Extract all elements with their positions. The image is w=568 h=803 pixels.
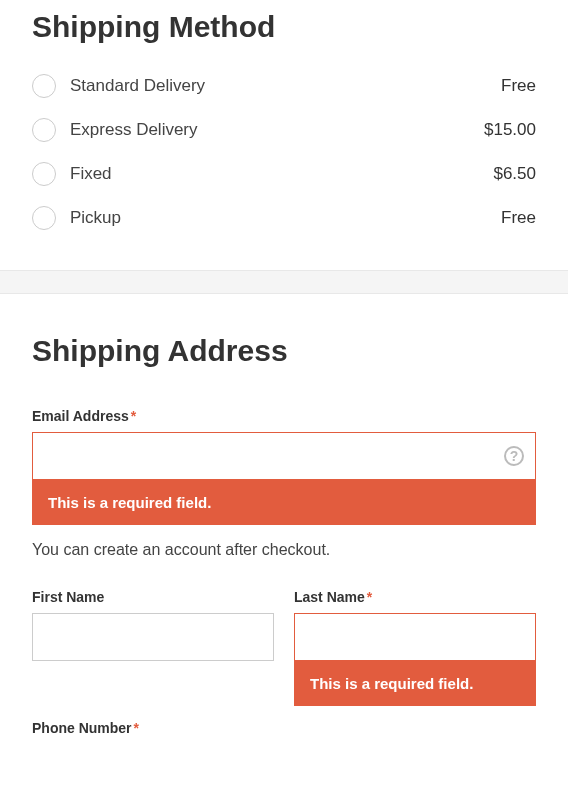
shipping-option-label: Pickup (70, 208, 487, 228)
email-input[interactable] (32, 432, 536, 480)
first-name-input[interactable] (32, 613, 274, 661)
first-name-field-wrap: First Name (32, 589, 274, 706)
shipping-option-label: Standard Delivery (70, 76, 487, 96)
shipping-method-title: Shipping Method (32, 10, 536, 44)
required-mark: * (134, 720, 139, 736)
shipping-option-price: $6.50 (493, 164, 536, 184)
section-divider (0, 270, 568, 294)
email-field-wrap: Email Address* ? This is a required fiel… (32, 408, 536, 525)
shipping-option-express[interactable]: Express Delivery $15.00 (32, 108, 536, 152)
last-name-field-wrap: Last Name* This is a required field. (294, 589, 536, 706)
shipping-option-price: $15.00 (484, 120, 536, 140)
email-label: Email Address* (32, 408, 536, 424)
last-name-input[interactable] (294, 613, 536, 661)
email-error: This is a required field. (32, 480, 536, 525)
required-mark: * (131, 408, 136, 424)
radio-pickup[interactable] (32, 206, 56, 230)
shipping-option-price: Free (501, 76, 536, 96)
shipping-address-title: Shipping Address (32, 334, 536, 368)
shipping-option-pickup[interactable]: Pickup Free (32, 196, 536, 240)
shipping-address-section: Shipping Address Email Address* ? This i… (0, 294, 568, 770)
phone-label-text: Phone Number (32, 720, 132, 736)
email-input-wrap: ? (32, 432, 536, 480)
phone-field-wrap: Phone Number* (32, 720, 536, 736)
shipping-option-fixed[interactable]: Fixed $6.50 (32, 152, 536, 196)
radio-express[interactable] (32, 118, 56, 142)
phone-label: Phone Number* (32, 720, 536, 736)
radio-standard[interactable] (32, 74, 56, 98)
last-name-label: Last Name* (294, 589, 536, 605)
first-name-label: First Name (32, 589, 274, 605)
email-label-text: Email Address (32, 408, 129, 424)
shipping-method-section: Shipping Method Standard Delivery Free E… (0, 0, 568, 270)
shipping-option-price: Free (501, 208, 536, 228)
name-row: First Name Last Name* This is a required… (32, 589, 536, 720)
radio-fixed[interactable] (32, 162, 56, 186)
shipping-option-label: Express Delivery (70, 120, 470, 140)
help-icon[interactable]: ? (504, 446, 524, 466)
shipping-option-label: Fixed (70, 164, 479, 184)
shipping-option-standard[interactable]: Standard Delivery Free (32, 64, 536, 108)
required-mark: * (367, 589, 372, 605)
first-name-label-text: First Name (32, 589, 104, 605)
account-helper-text: You can create an account after checkout… (32, 541, 536, 559)
last-name-label-text: Last Name (294, 589, 365, 605)
last-name-error: This is a required field. (294, 661, 536, 706)
